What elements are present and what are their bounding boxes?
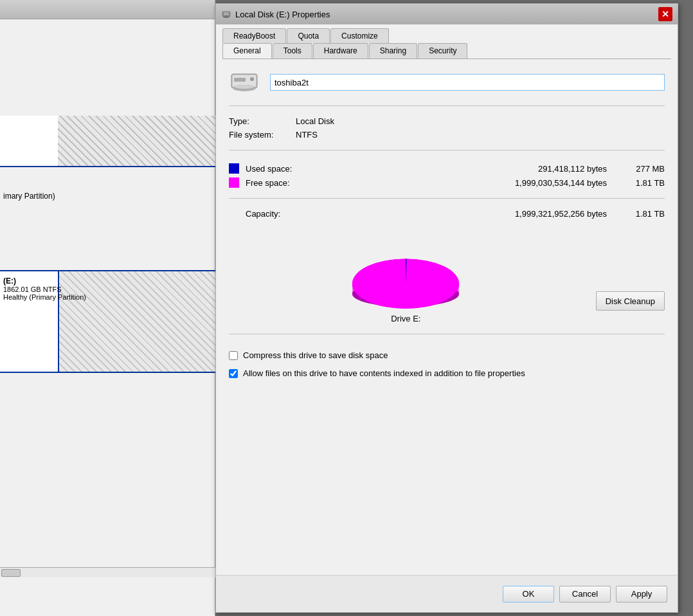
space-section: Used space: 291,418,112 bytes 277 MB Fre… — [229, 163, 665, 188]
drive-name-input[interactable] — [270, 74, 665, 91]
type-value: Local Disk — [296, 116, 334, 126]
ok-button[interactable]: OK — [503, 586, 554, 602]
free-space-label: Free space: — [246, 178, 316, 188]
separator-2 — [229, 150, 665, 150]
dialog-title: Local Disk (E:) Properties — [235, 10, 330, 19]
separator-3 — [229, 198, 665, 199]
separator-4 — [229, 334, 665, 334]
used-space-row: Used space: 291,418,112 bytes 277 MB — [229, 163, 665, 174]
used-space-bytes: 291,418,112 bytes — [323, 164, 607, 174]
bottom-tab-row: General Tools Hardware Sharing Security — [222, 43, 671, 59]
separator-1 — [229, 105, 665, 106]
fs-value: NTFS — [296, 130, 318, 140]
free-color-box — [229, 177, 239, 188]
fs-label: File system: — [229, 130, 293, 140]
hard-drive-svg — [230, 70, 258, 95]
cancel-button[interactable]: Cancel — [559, 586, 611, 602]
tab-readyboost[interactable]: ReadyBoost — [222, 28, 286, 43]
type-row: Type: Local Disk — [229, 116, 665, 126]
svg-point-1 — [223, 15, 230, 18]
button-bar: OK Cancel Apply — [216, 575, 678, 612]
tab-tools[interactable]: Tools — [273, 43, 312, 59]
fs-row: File system: NTFS — [229, 130, 665, 140]
background-panel: imary Partition) (E:) 1862.01 GB NTFS He… — [0, 0, 215, 616]
checkbox-section: Compress this drive to save disk space A… — [229, 350, 665, 379]
apply-button[interactable]: Apply — [616, 586, 667, 602]
capacity-label: Capacity: — [246, 209, 307, 219]
used-space-label: Used space: — [246, 164, 316, 174]
compress-checkbox-row: Compress this drive to save disk space — [229, 350, 665, 361]
used-space-human: 277 MB — [613, 164, 665, 174]
content-area: Type: Local Disk File system: NTFS Used … — [216, 59, 678, 575]
index-label[interactable]: Allow files on this drive to have conten… — [243, 368, 525, 379]
capacity-bytes: 1,999,321,952,256 bytes — [313, 209, 607, 219]
free-space-row: Free space: 1,999,030,534,144 bytes 1.81… — [229, 177, 665, 188]
free-space-bytes: 1,999,030,534,144 bytes — [323, 178, 607, 188]
bg-scrollbar-grip[interactable] — [1, 569, 21, 577]
capacity-row: Capacity: 1,999,321,952,256 bytes 1.81 T… — [229, 209, 665, 219]
bg-disk2-label: (E:) 1862.01 GB NTFS Healthy (Primary Pa… — [3, 276, 86, 301]
tab-sharing[interactable]: Sharing — [369, 43, 417, 59]
tab-general[interactable]: General — [222, 43, 272, 59]
title-bar-left: Local Disk (E:) Properties — [221, 9, 330, 19]
disk-cleanup-button[interactable]: Disk Cleanup — [596, 291, 665, 311]
info-table: Type: Local Disk File system: NTFS — [229, 116, 665, 140]
drive-icon-small — [221, 9, 231, 19]
tab-hardware[interactable]: Hardware — [313, 43, 368, 59]
compress-checkbox[interactable] — [229, 351, 238, 360]
pie-chart-svg — [325, 231, 486, 309]
compress-label[interactable]: Compress this drive to save disk space — [243, 350, 388, 361]
tab-container: ReadyBoost Quota Customize General Tools… — [216, 24, 678, 59]
tab-quota[interactable]: Quota — [287, 28, 330, 43]
drive-name-row — [229, 69, 665, 95]
dialog-window: Local Disk (E:) Properties ✕ ReadyBoost … — [215, 3, 678, 613]
tab-customize[interactable]: Customize — [330, 28, 389, 43]
close-button[interactable]: ✕ — [658, 7, 672, 21]
bg-top-bar — [0, 0, 215, 19]
bg-scrollbar[interactable] — [0, 567, 215, 577]
bg-disk-row-1 — [0, 116, 215, 167]
capacity-human: 1.81 TB — [613, 209, 665, 219]
free-space-human: 1.81 TB — [613, 178, 665, 188]
used-color-box — [229, 163, 239, 174]
bg-primary-partition-label: imary Partition) — [3, 192, 55, 201]
index-checkbox-row: Allow files on this drive to have conten… — [229, 368, 665, 379]
svg-point-6 — [235, 85, 254, 89]
title-bar: Local Disk (E:) Properties ✕ — [216, 4, 678, 24]
pie-wrapper: Drive E: — [229, 231, 583, 323]
type-label: Type: — [229, 116, 293, 126]
svg-rect-8 — [234, 78, 246, 82]
svg-point-7 — [250, 77, 254, 81]
index-checkbox[interactable] — [229, 369, 238, 378]
svg-rect-2 — [224, 12, 229, 15]
pie-label: Drive E: — [391, 314, 420, 323]
drive-icon — [229, 69, 260, 95]
chart-section: Drive E: Disk Cleanup — [229, 231, 665, 323]
tab-security[interactable]: Security — [418, 43, 467, 59]
top-tab-row: ReadyBoost Quota Customize — [222, 28, 671, 43]
